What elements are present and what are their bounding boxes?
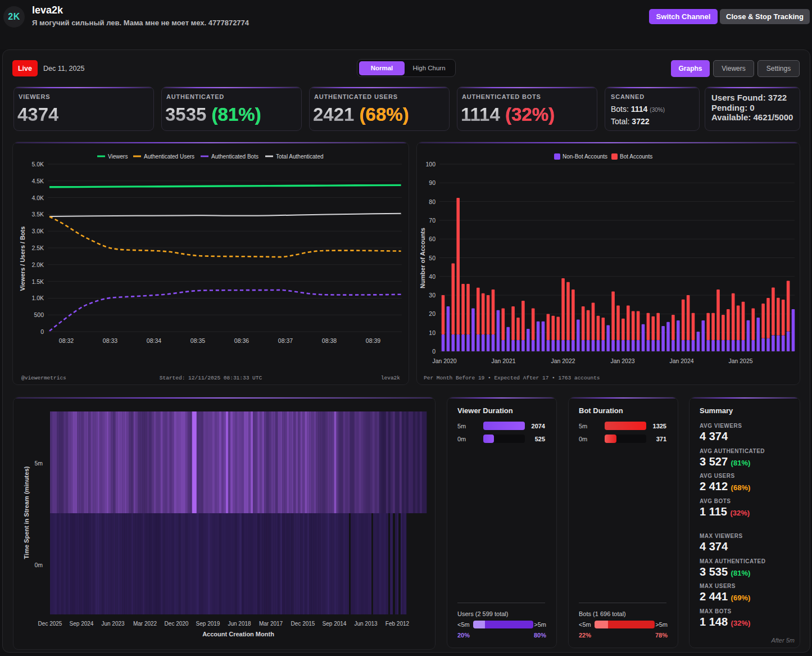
svg-text:08:37: 08:37 — [278, 337, 293, 344]
svg-text:Jan 2023: Jan 2023 — [610, 358, 634, 364]
svg-text:1.0K: 1.0K — [31, 295, 44, 301]
svg-text:4.5K: 4.5K — [31, 178, 44, 184]
svg-text:Jun 2023: Jun 2023 — [101, 621, 125, 627]
svg-text:50: 50 — [429, 255, 436, 261]
svg-text:Jun 2013: Jun 2013 — [354, 621, 378, 627]
svg-text:Jan 2020: Jan 2020 — [432, 358, 456, 364]
svg-text:Non-Bot Accounts: Non-Bot Accounts — [562, 153, 607, 160]
svg-text:Authenticated Bots: Authenticated Bots — [211, 153, 258, 160]
svg-text:08:33: 08:33 — [103, 337, 117, 344]
svg-text:90: 90 — [429, 179, 436, 186]
svg-text:0: 0 — [40, 328, 44, 335]
svg-text:Time Spent in Stream (minutes): Time Spent in Stream (minutes) — [23, 466, 30, 559]
svg-text:80: 80 — [429, 198, 436, 205]
svg-text:08:32: 08:32 — [59, 337, 74, 344]
svg-text:Total Authenticated: Total Authenticated — [276, 153, 324, 160]
svg-text:Sep 2024: Sep 2024 — [70, 621, 94, 627]
svg-text:Jan 2022: Jan 2022 — [551, 358, 575, 364]
svg-text:30: 30 — [429, 292, 436, 298]
svg-text:Dec 2015: Dec 2015 — [291, 621, 315, 627]
svg-text:60: 60 — [429, 236, 436, 242]
svg-text:08:36: 08:36 — [234, 337, 249, 344]
svg-text:Authenticated Users: Authenticated Users — [144, 153, 194, 160]
svg-text:Viewers / Users / Bots: Viewers / Users / Bots — [19, 227, 26, 291]
svg-text:3.0K: 3.0K — [31, 228, 44, 234]
svg-text:Number of Accounts: Number of Accounts — [419, 228, 426, 288]
svg-text:0: 0 — [432, 348, 436, 355]
svg-text:40: 40 — [429, 273, 436, 280]
svg-text:1.5K: 1.5K — [31, 278, 44, 285]
svg-text:100: 100 — [425, 161, 436, 168]
svg-text:2.5K: 2.5K — [31, 245, 44, 251]
svg-text:Jan 2025: Jan 2025 — [728, 358, 752, 364]
svg-text:Account Creation Month: Account Creation Month — [202, 631, 274, 637]
svg-text:Mar 2022: Mar 2022 — [133, 621, 157, 627]
svg-text:08:39: 08:39 — [366, 337, 380, 344]
svg-text:Sep 2014: Sep 2014 — [323, 621, 347, 627]
svg-text:500: 500 — [34, 311, 44, 318]
svg-text:Mar 2017: Mar 2017 — [259, 621, 283, 627]
svg-text:0m: 0m — [34, 562, 43, 568]
svg-text:5m: 5m — [34, 460, 43, 467]
svg-text:08:38: 08:38 — [322, 337, 337, 344]
svg-text:70: 70 — [429, 217, 436, 224]
svg-text:2.0K: 2.0K — [31, 261, 44, 268]
svg-text:10: 10 — [429, 329, 436, 336]
svg-text:Dec 2020: Dec 2020 — [165, 621, 189, 627]
svg-text:20: 20 — [429, 310, 436, 317]
svg-text:Jun 2018: Jun 2018 — [228, 621, 251, 627]
svg-text:08:35: 08:35 — [190, 337, 205, 344]
svg-text:Sep 2019: Sep 2019 — [196, 621, 220, 627]
svg-text:Feb 2012: Feb 2012 — [385, 621, 410, 627]
svg-text:Dec 2025: Dec 2025 — [38, 621, 62, 627]
svg-text:4.0K: 4.0K — [31, 194, 44, 201]
svg-text:Jan 2021: Jan 2021 — [491, 358, 515, 364]
svg-text:Viewers: Viewers — [108, 153, 128, 160]
svg-text:5.0K: 5.0K — [31, 161, 44, 168]
svg-text:Jan 2024: Jan 2024 — [669, 358, 693, 364]
svg-text:Bot Accounts: Bot Accounts — [620, 153, 652, 160]
svg-text:3.5K: 3.5K — [31, 211, 44, 218]
svg-text:08:34: 08:34 — [147, 337, 161, 344]
